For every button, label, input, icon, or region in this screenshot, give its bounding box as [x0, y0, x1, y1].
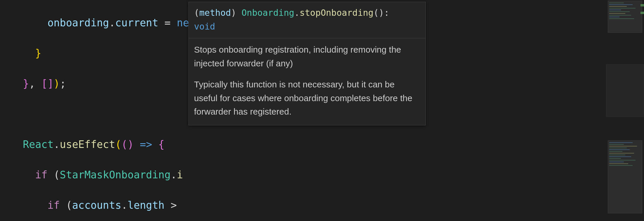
sig-close: ): [231, 8, 241, 18]
minimap[interactable]: [606, 0, 644, 221]
sig-open: (: [194, 8, 199, 18]
minimap-viewport[interactable]: [606, 64, 644, 117]
minimap-block: [608, 1, 642, 33]
dot-token: .: [121, 199, 127, 211]
sig-return-type: void: [194, 21, 215, 32]
dot-token: .: [54, 139, 60, 150]
code-line[interactable]: React.useEffect(() => {: [11, 137, 644, 152]
paren-token: (: [60, 199, 72, 211]
semi-token: ;: [60, 78, 66, 89]
brace-token: }: [35, 47, 41, 59]
operator-token: >: [165, 199, 183, 211]
sig-dot: .: [294, 8, 300, 18]
paren-token: (: [47, 169, 60, 181]
hover-doc-paragraph: Stops onboarding registration, including…: [194, 43, 420, 70]
keyword-token: if: [47, 199, 60, 211]
dot-token: .: [109, 17, 115, 29]
paren-token: (: [121, 139, 127, 150]
function-token: useEffect: [60, 139, 115, 150]
code-line[interactable]: if (StarMaskOnboarding.i: [11, 167, 644, 182]
comma-token: ,: [29, 78, 41, 89]
brace-token: }: [23, 78, 29, 89]
dot-token: .: [171, 169, 177, 181]
variable-token: accounts: [72, 199, 122, 211]
class-token: StarMaskOnboarding: [60, 169, 171, 181]
arrow-token: =>: [134, 139, 158, 150]
hover-documentation: Stops onboarding registration, including…: [189, 38, 425, 125]
sig-class: Onboarding: [242, 8, 295, 18]
paren-token: ): [54, 78, 60, 89]
minimap-change-marker: [640, 12, 644, 14]
keyword-token: if: [35, 169, 47, 181]
operator-token: =: [158, 17, 177, 29]
sig-method-kw: method: [199, 8, 231, 18]
bracket-token: [: [41, 78, 47, 89]
paren-token: (: [115, 139, 121, 150]
hover-tooltip[interactable]: (method) Onboarding.stopOnboarding(): vo…: [188, 2, 426, 125]
brace-token: {: [158, 139, 165, 150]
sig-method-name: stopOnboarding: [300, 8, 373, 18]
member-token: i: [177, 169, 183, 181]
code-line[interactable]: if (accounts.length >: [11, 198, 644, 213]
hover-signature: (method) Onboarding.stopOnboarding(): vo…: [189, 2, 425, 38]
hover-doc-paragraph: Typically this function is not necessary…: [194, 78, 420, 119]
minimap-block: [608, 140, 642, 213]
property-token: current: [115, 17, 158, 29]
paren-token: ): [127, 139, 134, 150]
bracket-token: ]: [47, 78, 53, 89]
minimap-change-marker: [640, 4, 644, 6]
variable-token: onboarding: [47, 17, 109, 29]
class-token: React: [23, 139, 53, 150]
sig-colon: :: [384, 8, 389, 18]
sig-parens: (): [373, 8, 384, 18]
property-token: length: [127, 199, 164, 211]
